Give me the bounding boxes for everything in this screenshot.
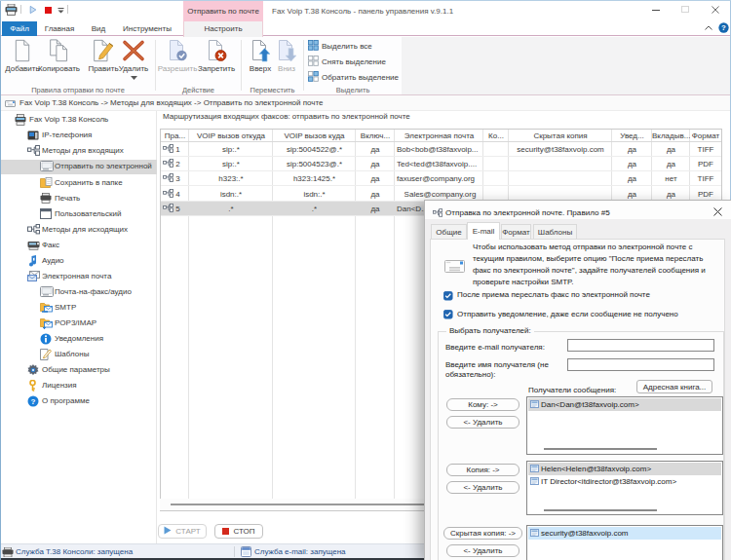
svg-text:?: ? (721, 23, 726, 32)
svg-text:?: ? (31, 397, 36, 406)
